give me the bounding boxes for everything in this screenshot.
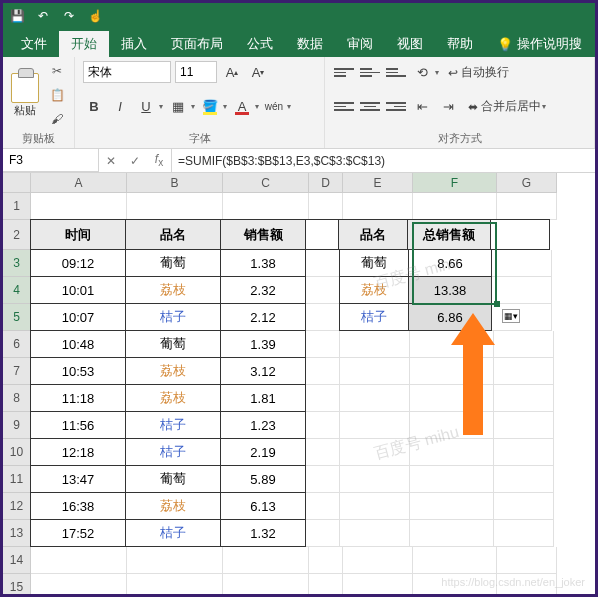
italic-button[interactable]: I <box>109 95 131 117</box>
cell[interactable] <box>492 277 552 304</box>
underline-button[interactable]: U <box>135 95 157 117</box>
merge-center-button[interactable]: ⬌合并后居中▾ <box>463 95 551 118</box>
row-header[interactable]: 15 <box>3 574 31 597</box>
cell-sales[interactable]: 1.23 <box>220 411 306 439</box>
cell-time[interactable]: 11:18 <box>30 384 126 412</box>
header-total-sales[interactable]: 总销售额 <box>407 219 491 250</box>
cell-name[interactable]: 荔枝 <box>125 384 221 412</box>
cell-name[interactable]: 荔枝 <box>125 276 221 304</box>
cell[interactable] <box>127 574 223 597</box>
wrap-text-button[interactable]: ↩自动换行 <box>443 61 514 84</box>
cell[interactable] <box>309 547 343 574</box>
cell[interactable] <box>306 385 340 412</box>
cell-time[interactable]: 10:48 <box>30 330 126 358</box>
cell-sales[interactable]: 3.12 <box>220 357 306 385</box>
cell-sales[interactable]: 5.89 <box>220 465 306 493</box>
cell-name[interactable]: 葡萄 <box>125 465 221 493</box>
tab-page-layout[interactable]: 页面布局 <box>159 31 235 57</box>
cell[interactable] <box>306 250 340 277</box>
cell[interactable] <box>306 358 340 385</box>
cell-name[interactable]: 荔枝 <box>125 357 221 385</box>
cell[interactable] <box>413 193 497 220</box>
cell[interactable] <box>31 574 127 597</box>
cell[interactable] <box>410 520 494 547</box>
row-header[interactable]: 9 <box>3 412 31 439</box>
row-header[interactable]: 1 <box>3 193 31 220</box>
cell-sum-name[interactable]: 葡萄 <box>339 249 409 277</box>
cell-sales[interactable]: 1.39 <box>220 330 306 358</box>
phonetic-button[interactable]: wén <box>263 95 285 117</box>
cell[interactable] <box>340 493 410 520</box>
font-size-select[interactable] <box>175 61 217 83</box>
header-time[interactable]: 时间 <box>30 219 126 250</box>
cell[interactable] <box>31 547 127 574</box>
col-header-A[interactable]: A <box>31 173 127 193</box>
cell[interactable] <box>306 331 340 358</box>
align-left-button[interactable] <box>333 96 355 118</box>
cell-sales[interactable]: 6.13 <box>220 492 306 520</box>
cell[interactable] <box>127 547 223 574</box>
row-header[interactable]: 13 <box>3 520 31 547</box>
cell[interactable] <box>490 219 550 250</box>
cell-name[interactable]: 桔子 <box>125 303 221 331</box>
cell[interactable] <box>497 193 557 220</box>
row-header[interactable]: 11 <box>3 466 31 493</box>
cell-sales[interactable]: 1.32 <box>220 519 306 547</box>
cell-sum-value[interactable]: 8.66 <box>408 249 492 277</box>
border-button[interactable]: ▦ <box>167 95 189 117</box>
cell-sum-name[interactable]: 桔子 <box>339 303 409 331</box>
cell[interactable] <box>494 520 554 547</box>
row-header[interactable]: 7 <box>3 358 31 385</box>
cell[interactable] <box>410 493 494 520</box>
cell[interactable] <box>309 574 343 597</box>
format-painter-button[interactable]: 🖌 <box>47 109 67 129</box>
orientation-button[interactable]: ⟲ <box>411 62 433 84</box>
undo-icon[interactable]: ↶ <box>35 8 51 24</box>
row-header[interactable]: 12 <box>3 493 31 520</box>
cell[interactable] <box>306 304 340 331</box>
tab-insert[interactable]: 插入 <box>109 31 159 57</box>
select-all-corner[interactable] <box>3 173 31 193</box>
cell-time[interactable]: 11:56 <box>30 411 126 439</box>
cell-name[interactable]: 葡萄 <box>125 249 221 277</box>
tab-formulas[interactable]: 公式 <box>235 31 285 57</box>
cell[interactable] <box>343 574 413 597</box>
cell[interactable] <box>306 466 340 493</box>
cell-name[interactable]: 葡萄 <box>125 330 221 358</box>
cell[interactable] <box>494 331 554 358</box>
cell-time[interactable]: 09:12 <box>30 249 126 277</box>
decrease-indent-button[interactable]: ⇤ <box>411 96 433 118</box>
autofill-options-button[interactable]: ▦▾ <box>502 309 520 323</box>
cell[interactable] <box>494 358 554 385</box>
col-header-B[interactable]: B <box>127 173 223 193</box>
cell[interactable] <box>497 547 557 574</box>
paste-button[interactable]: 粘贴 <box>11 73 39 118</box>
cell-time[interactable]: 10:07 <box>30 303 126 331</box>
cell[interactable] <box>413 547 497 574</box>
fill-handle[interactable] <box>494 301 500 307</box>
cell[interactable] <box>340 358 410 385</box>
header-name[interactable]: 品名 <box>125 219 221 250</box>
cell-time[interactable]: 17:52 <box>30 519 126 547</box>
col-header-F[interactable]: F <box>413 173 497 193</box>
cell-name[interactable]: 桔子 <box>125 519 221 547</box>
align-center-button[interactable] <box>359 96 381 118</box>
tab-help[interactable]: 帮助 <box>435 31 485 57</box>
align-bottom-button[interactable] <box>385 62 407 84</box>
cell[interactable] <box>309 193 343 220</box>
cell[interactable] <box>492 250 552 277</box>
row-header[interactable]: 3 <box>3 250 31 277</box>
cell-name[interactable]: 荔枝 <box>125 492 221 520</box>
touch-mode-icon[interactable]: ☝ <box>87 8 103 24</box>
cancel-formula-button[interactable]: ✕ <box>99 149 123 172</box>
increase-indent-button[interactable]: ⇥ <box>437 96 459 118</box>
font-color-button[interactable]: A <box>231 95 253 117</box>
redo-icon[interactable]: ↷ <box>61 8 77 24</box>
cell[interactable] <box>340 439 410 466</box>
cell[interactable] <box>494 412 554 439</box>
cell[interactable] <box>410 466 494 493</box>
tab-tell-me[interactable]: 💡操作说明搜 <box>485 31 594 57</box>
bold-button[interactable]: B <box>83 95 105 117</box>
formula-bar[interactable]: =SUMIF($B$3:$B$13,E3,$C$3:$C$13) <box>172 154 595 168</box>
cell[interactable] <box>494 385 554 412</box>
